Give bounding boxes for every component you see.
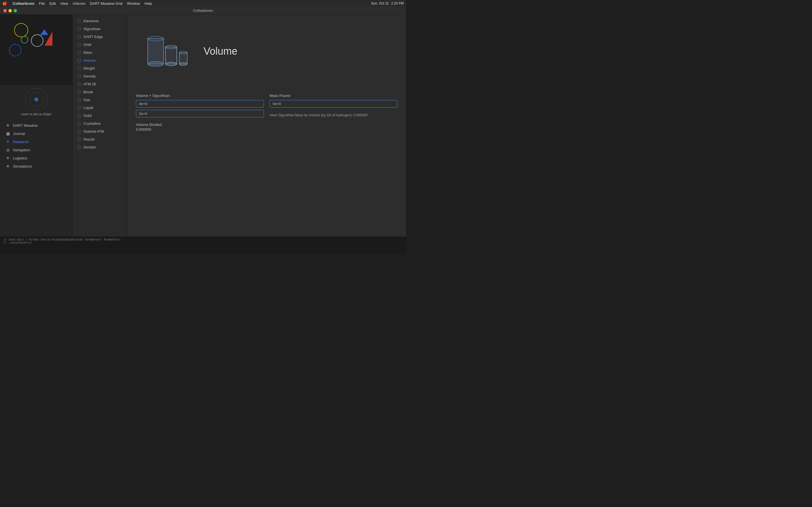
- mid-item-decibel[interactable]: ◦ Decibel: [74, 144, 126, 151]
- elements-icon: ◦: [77, 19, 81, 23]
- mid-item-label-break: Break: [84, 90, 93, 94]
- menubar-edit[interactable]: Edit: [49, 1, 56, 6]
- menubar-dart-meadow-grid[interactable]: DART Meadow Grid: [90, 1, 122, 6]
- mid-item-label-liquid: Liquid: [84, 106, 93, 110]
- main-content: Volume Volume + Sigcothian: Volume Divid…: [128, 15, 406, 237]
- circle-yellow-shape: [14, 23, 28, 37]
- mid-item-density[interactable]: ◦ Density: [74, 72, 126, 80]
- terminal: // text:1e(x / folder.Set(s/related(mass…: [0, 237, 406, 253]
- sidebar-item-logistics[interactable]: ✳ Logistics: [1, 154, 71, 162]
- menubar-time: 2:20 PM: [391, 1, 404, 5]
- menubar-help[interactable]: Help: [145, 1, 152, 6]
- sidebar-item-dart-meadow[interactable]: ✳ DART Meadow: [1, 121, 71, 129]
- logistics-icon: ✳: [6, 156, 10, 160]
- sidebar-item-label-navigation: Navigation: [13, 148, 30, 152]
- circle-white-shape: [31, 34, 43, 47]
- volume-icon: ◦: [77, 59, 81, 62]
- weight-icon: ◦: [77, 66, 81, 70]
- mid-item-weight[interactable]: ◦ Weight: [74, 64, 126, 72]
- menubar: 🍎 Cotharticren File Edit View Articren D…: [0, 0, 406, 7]
- menubar-file[interactable]: File: [39, 1, 45, 6]
- volume-divided-label: Volume Divided:: [136, 122, 264, 127]
- app-body: Learn to plot an Edge! ✳ DART Meadow ▦ J…: [0, 15, 406, 237]
- circle-blue-shape: [9, 44, 21, 56]
- volume-page-title: Volume: [204, 45, 238, 57]
- mid-item-break[interactable]: ◦ Break: [74, 88, 126, 96]
- menubar-view[interactable]: View: [60, 1, 68, 6]
- mid-item-volume[interactable]: ◦ Volume: [74, 57, 126, 64]
- terminal-line-2: // .colorInvert(): [3, 241, 403, 244]
- solartal-atm-icon: ◦: [77, 129, 81, 133]
- mid-item-crystalline[interactable]: ◦ Crystalline: [74, 120, 126, 127]
- radar-inner: [29, 93, 43, 107]
- menubar-app-name[interactable]: Cotharticren: [13, 1, 35, 6]
- circle-green-shape: [21, 36, 28, 43]
- maximize-button[interactable]: [13, 9, 17, 12]
- svg-point-2: [148, 62, 163, 66]
- mid-item-orbit[interactable]: ◦ Orbit: [74, 41, 126, 48]
- menubar-date: Sun, Oct 31: [371, 1, 389, 5]
- mid-item-label-density: Density: [84, 74, 96, 78]
- mid-item-label-dart-edge: DART Edge: [84, 35, 103, 39]
- journal-icon: ▦: [6, 131, 10, 136]
- radar-label: Learn to plot an Edge!: [21, 112, 51, 116]
- atm26-icon: ◦: [77, 82, 81, 86]
- sidebar-mid: ◦ Elements ◦ Sigcothian ◦ DART Edge ◦ Or…: [73, 15, 128, 237]
- titlebar: Cotharticren: [0, 7, 406, 15]
- volume-input-1[interactable]: [136, 100, 264, 108]
- mid-item-label-volume: Volume: [84, 58, 96, 62]
- mid-item-gas[interactable]: ◦ Gas: [74, 96, 126, 104]
- mid-item-atm26[interactable]: ◦ ATM 26: [74, 80, 126, 88]
- gas-icon: ◦: [77, 98, 81, 102]
- nozzle-icon: ◦: [77, 137, 81, 142]
- left-panel: Volume + Sigcothian: Volume Divided: 0.0…: [136, 94, 264, 231]
- menubar-right: Sun, Oct 31 2:20 PM: [371, 1, 404, 5]
- mid-item-dart-edge[interactable]: ◦ DART Edge: [74, 33, 126, 41]
- sidebar-item-simulations[interactable]: ✳ Simulations: [1, 162, 71, 170]
- radar-outer: [25, 88, 48, 111]
- volume-input-2[interactable]: [136, 110, 264, 117]
- svg-point-8: [179, 62, 187, 65]
- terminal-line-1: // text:1e(x / folder.Set(s/related(mass…: [3, 238, 403, 241]
- mid-item-label-crystalline: Crystalline: [84, 121, 101, 126]
- sidebar-left: Learn to plot an Edge! ✳ DART Meadow ▦ J…: [0, 15, 73, 237]
- mid-item-label-solid: Solid: [84, 114, 92, 118]
- svg-point-5: [165, 62, 177, 66]
- menubar-articren[interactable]: Articren: [73, 1, 86, 6]
- svg-rect-1: [148, 39, 163, 64]
- mid-item-label-orbit: Orbit: [84, 43, 91, 47]
- sidebar-nav: ✳ DART Meadow ▦ Journal ✳ Research ◎ Nav…: [0, 119, 72, 237]
- mass-icon: ◦: [77, 51, 81, 55]
- sidebar-item-navigation[interactable]: ◎ Navigation: [1, 146, 71, 154]
- minimize-button[interactable]: [8, 9, 12, 12]
- menubar-left: 🍎 Cotharticren File Edit View Articren D…: [2, 1, 152, 6]
- mid-item-label-solartal-atm: Solartal ATM: [84, 129, 104, 133]
- close-button[interactable]: [3, 9, 7, 12]
- menubar-window[interactable]: Window: [127, 1, 140, 6]
- mid-item-label-weight: Weight: [84, 66, 95, 70]
- content-header: Volume: [128, 15, 406, 88]
- apple-menu[interactable]: 🍎: [2, 1, 7, 6]
- svg-rect-7: [179, 53, 187, 64]
- mid-item-elements[interactable]: ◦ Elements: [74, 17, 126, 25]
- sidebar-item-label-journal: Journal: [13, 131, 25, 136]
- mid-item-mass[interactable]: ◦ Mass: [74, 49, 126, 56]
- liquid-icon: ◦: [77, 106, 81, 110]
- crystalline-icon: ◦: [77, 122, 81, 126]
- sidebar-item-journal[interactable]: ▦ Journal: [1, 129, 71, 137]
- mid-item-sigcothian[interactable]: ◦ Sigcothian: [74, 25, 126, 33]
- window-title: Cotharticren: [193, 8, 213, 13]
- mid-item-nozzle[interactable]: ◦ Nozzle: [74, 135, 126, 143]
- sidebar-item-research[interactable]: ✳ Research: [1, 138, 71, 146]
- mass-pound-input[interactable]: [269, 100, 398, 108]
- mid-item-solid[interactable]: ◦ Solid: [74, 112, 126, 119]
- mid-item-label-gas: Gas: [84, 98, 90, 102]
- mid-item-label-elements: Elements: [84, 19, 99, 23]
- mid-item-solartal-atm[interactable]: ◦ Solartal ATM: [74, 128, 126, 135]
- sidebar-item-label-logistics: Logistics: [13, 156, 28, 160]
- dart-edge-icon: ◦: [77, 35, 81, 39]
- navigation-icon: ◎: [6, 148, 10, 152]
- mid-item-liquid[interactable]: ◦ Liquid: [74, 104, 126, 112]
- sigcothian-icon: ◦: [77, 27, 81, 31]
- traffic-lights: [3, 9, 17, 12]
